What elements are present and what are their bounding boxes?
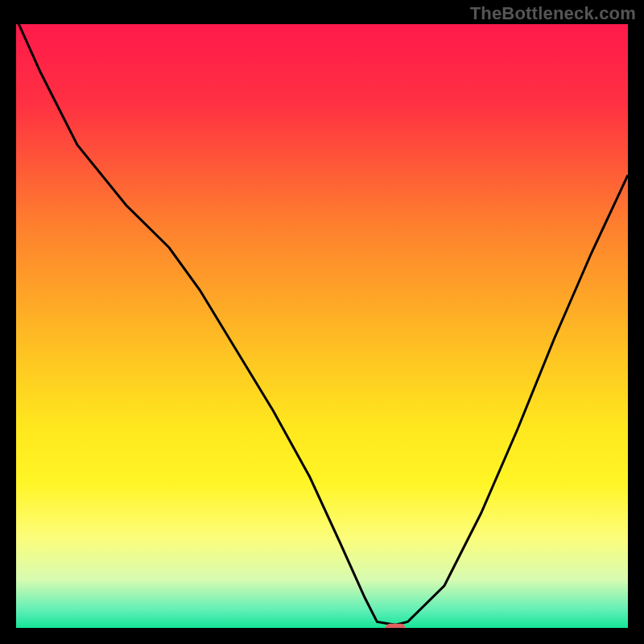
watermark-label: TheBottleneck.com [470,3,636,24]
optimum-marker [386,624,405,628]
plot-area [16,24,628,628]
gradient-background [16,24,628,628]
chart-svg [16,24,628,628]
chart-frame: TheBottleneck.com [0,0,644,644]
